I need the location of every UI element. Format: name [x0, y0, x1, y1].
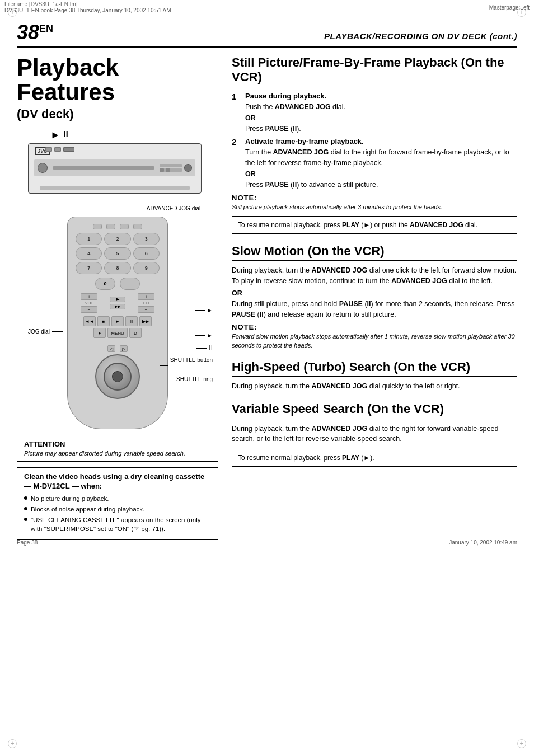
vcr-button-2 [54, 147, 61, 152]
adv-jog-label: ADVANCED JOG dial [147, 205, 201, 212]
header-bar: Filename [DVS3U_1a-EN.fm] DVS3U_1-EN.boo… [0, 0, 534, 15]
section2-text2: During still picture, press and hold PAU… [232, 299, 517, 320]
section1-note-text: Still picture playback stops automatical… [232, 203, 517, 212]
section2-text: During playback, turn the ADVANCED JOG d… [232, 265, 517, 287]
filename-label: Filename [DVS3U_1a-EN.fm] [4, 1, 171, 7]
remote-wrapper: JOG dial ► ► [17, 217, 218, 429]
remote-rec: ● [93, 328, 106, 338]
step-2-text2: Press PAUSE (II) to advance a still pict… [245, 180, 517, 190]
section-high-speed: High-Speed (Turbo) Search (On the VCR) D… [232, 360, 517, 392]
jog-shuttle-line [160, 365, 168, 366]
remote-num-3: 3 [133, 233, 160, 245]
remote-jog-shuttle-area: ◁ ▷ [68, 342, 167, 399]
remote-menu: MENU [107, 328, 128, 338]
remote-zero-row: 0 [68, 278, 167, 292]
remote-num-7: 7 [76, 262, 102, 274]
remote-transport-row-1: ◄◄ ■ ► II ▶▶ [73, 316, 162, 326]
remote-ch-plus: + [138, 293, 154, 300]
remote-transport-row-2: ● MENU D [73, 328, 162, 338]
bullet-3 [24, 518, 27, 521]
remote-center-2: ▶▶ [110, 304, 125, 309]
remote-btn-2 [106, 224, 115, 229]
remote-vol-group-2: + CH − [138, 293, 154, 313]
footer-right: January 10, 2002 10:49 am [449, 539, 517, 546]
section4-title: Variable Speed Search (On the VCR) [232, 402, 517, 419]
step-2-or: OR [245, 170, 517, 178]
corner-mark-bl [8, 739, 17, 748]
section-title-header: PLAYBACK/RECORDING ON DV DECK (cont.) [324, 31, 517, 41]
step-1-content: Pause during playback. Push the ADVANCED… [245, 92, 517, 134]
vcr-knob-right [184, 164, 192, 172]
section4-text: During playback, turn the ADVANCED JOG d… [232, 424, 517, 445]
remote-vol-group-1: + VOL − [81, 293, 97, 313]
remote-num-2: 2 [104, 233, 130, 245]
vcr-top-unit: JVC [28, 143, 202, 194]
vcr-slot-top [63, 147, 74, 152]
step-1-text: Push the ADVANCED JOG dial. [245, 102, 517, 112]
remote-btn-3 [120, 224, 129, 229]
adv-jog-label-area: ADVANCED JOG dial [129, 196, 218, 212]
attention-text: Picture may appear distorted during vari… [24, 450, 211, 457]
step-2-num: 2 [232, 137, 242, 190]
remote-vol-minus: − [81, 306, 97, 313]
vcr-knob-left [38, 163, 48, 173]
remote-center-1: ▶ [110, 297, 125, 302]
remote-vol-section: + VOL − ▶ ▶▶ + CH − [68, 292, 167, 314]
remote-btn-4 [133, 224, 142, 229]
vcr-button-1 [45, 147, 52, 152]
shuttle-jog-stack [95, 354, 140, 399]
label-jog-dial: JOG dial [28, 328, 63, 335]
remote-num-4: 4 [76, 247, 102, 260]
jog-inner [112, 371, 123, 382]
remote-control: 1 2 3 4 5 6 7 8 9 0 [67, 217, 168, 429]
section-slow-motion: Slow Motion (On the VCR) During playback… [232, 244, 517, 350]
section1-note-label: NOTE: [232, 194, 517, 202]
remote-ch-minus: − [138, 306, 154, 313]
step-1-text2: Press PAUSE (II). [245, 124, 517, 134]
section3-text: During playback, turn the ADVANCED JOG d… [232, 381, 517, 392]
step-2-heading: Activate frame-by-frame playback. [245, 137, 517, 145]
footer-bar: Page 38 January 10, 2002 10:49 am [17, 537, 517, 546]
vcr-tape-slot [53, 166, 154, 170]
step-1-or: OR [245, 114, 517, 122]
footer-left: Page 38 [17, 539, 38, 546]
remote-stop: ■ [97, 316, 110, 326]
clean-list: No picture during playback. Blocks of no… [24, 494, 211, 533]
remote-top-row [68, 217, 167, 229]
section4-resume-box: To resume normal playback, press PLAY (►… [232, 449, 517, 467]
section3-title: High-Speed (Turbo) Search (On the VCR) [232, 360, 517, 377]
adv-jog-arrow-line [174, 196, 174, 205]
remote-pause: II [125, 316, 138, 326]
attention-title: ATTENTION [24, 440, 211, 448]
remote-numpad: 1 2 3 4 5 6 7 8 9 [68, 229, 167, 278]
remote-num-6: 6 [133, 247, 160, 260]
remote-ffwd: ▶▶ [139, 316, 152, 326]
remote-misc-btn [120, 278, 140, 290]
jog-arrows-row: ◁ ▷ [107, 345, 128, 352]
main-heading: Playback Features [17, 55, 218, 105]
playback-arrow-indicator: ►II [50, 129, 218, 141]
jog-line [160, 365, 168, 366]
section2-note-label: NOTE: [232, 323, 517, 331]
clean-item-3: "USE CLEANING CASSETTE" appears on the s… [24, 515, 211, 533]
section-still-picture: Still Picture/Frame-By-Frame Playback (O… [232, 55, 517, 234]
remote-btn-1 [93, 224, 102, 229]
section1-title: Still Picture/Frame-By-Frame Playback (O… [232, 55, 517, 87]
page-number: 38EN [17, 21, 53, 44]
remote-rewind: ◄◄ [83, 316, 96, 326]
clean-item-2: Blocks of noise appear during playback. [24, 505, 211, 514]
section1-info-box: To resume normal playback, press PLAY (►… [232, 216, 517, 234]
remote-num-0: 0 [95, 278, 115, 290]
jog-left-arrow: ◁ [107, 345, 115, 352]
bullet-1 [24, 496, 27, 500]
vcr-control-strip [34, 159, 195, 176]
remote-num-1: 1 [76, 233, 102, 245]
right-column: Still Picture/Frame-By-Frame Playback (O… [232, 55, 517, 540]
jog-shuttle-btn-label-area [160, 365, 168, 366]
vcr-bottom-strip [40, 186, 190, 190]
clean-box: Clean the video heads using a dry cleani… [17, 467, 218, 540]
step-2: 2 Activate frame-by-frame playback. Turn… [232, 137, 517, 190]
attention-box: ATTENTION Picture may appear distorted d… [17, 435, 218, 462]
section2-or: OR [232, 289, 517, 297]
section2-note-text: Forward slow motion playback stops autom… [232, 332, 517, 350]
